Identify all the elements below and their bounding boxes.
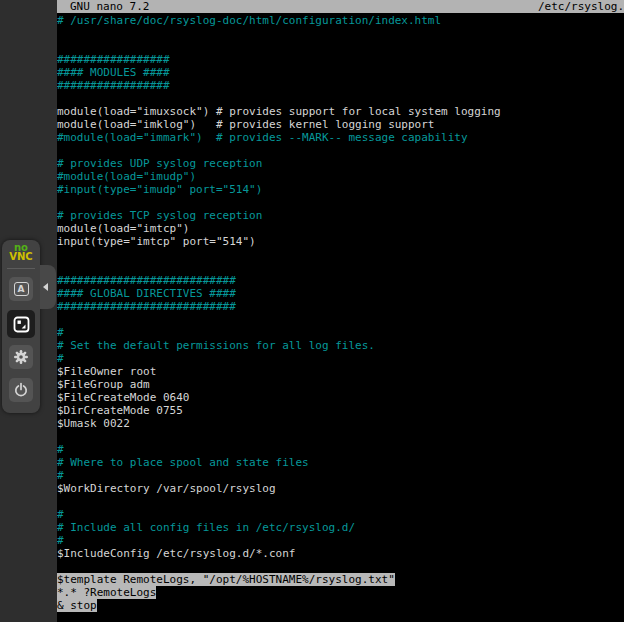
editor-line: module(load="imklog") # provides kernel … <box>57 118 624 131</box>
editor-content[interactable]: # /usr/share/doc/rsyslog-doc/html/config… <box>57 13 624 612</box>
keyboard-button[interactable]: A <box>9 277 33 301</box>
vnc-control-panel: no VNC A <box>2 240 40 413</box>
editor-line: input(type="imtcp" port="514") <box>57 235 624 248</box>
keyboard-key-icon: A <box>14 282 29 296</box>
editor-line <box>57 196 624 209</box>
editor-line: # <box>57 352 624 365</box>
editor-line: ################# <box>57 53 624 66</box>
editor-line <box>57 560 624 573</box>
nano-version: GNU nano 7.2 <box>70 0 149 13</box>
editor-line: #### GLOBAL DIRECTIVES #### <box>57 287 624 300</box>
editor-line <box>57 248 624 261</box>
editor-line <box>57 144 624 157</box>
nano-filename: /etc/rsyslog. <box>538 0 624 13</box>
editor-line <box>57 27 624 40</box>
editor-line: $WorkDirectory /var/spool/rsyslog <box>57 482 624 495</box>
editor-line: $FileCreateMode 0640 <box>57 391 624 404</box>
editor-line: #### MODULES #### <box>57 66 624 79</box>
terminal-window: GNU nano 7.2 /etc/rsyslog. # /usr/share/… <box>57 0 624 622</box>
settings-button[interactable] <box>9 345 33 369</box>
editor-line: #input(type="imudp" port="514") <box>57 183 624 196</box>
editor-line: # <box>57 443 624 456</box>
editor-line: module(load="imtcp") <box>57 222 624 235</box>
editor-line: # Set the default permissions for all lo… <box>57 339 624 352</box>
fullscreen-button[interactable] <box>7 310 35 338</box>
editor-line: ########################### <box>57 274 624 287</box>
editor-line: # /usr/share/doc/rsyslog-doc/html/config… <box>57 14 624 27</box>
editor-line <box>57 40 624 53</box>
editor-line <box>57 261 624 274</box>
editor-line: # provides TCP syslog reception <box>57 209 624 222</box>
nano-titlebar: GNU nano 7.2 /etc/rsyslog. <box>57 0 624 13</box>
novnc-logo: no VNC <box>9 244 32 261</box>
panel-separator <box>7 268 35 269</box>
editor-line-selected: $template RemoteLogs, "/opt/%HOSTNAME%/r… <box>57 573 624 586</box>
editor-line: # Where to place spool and state files <box>57 456 624 469</box>
vnc-sidebar-area: no VNC A <box>0 0 57 622</box>
editor-line: $Umask 0022 <box>57 417 624 430</box>
chevron-left-icon <box>43 283 48 291</box>
editor-line: # <box>57 534 624 547</box>
editor-line-selected: *.* ?RemoteLogs <box>57 586 624 599</box>
editor-line: # provides UDP syslog reception <box>57 157 624 170</box>
editor-line <box>57 495 624 508</box>
editor-line: #module(load="immark") # provides --MARK… <box>57 131 624 144</box>
editor-line <box>57 92 624 105</box>
editor-line: #module(load="imudp") <box>57 170 624 183</box>
gear-icon <box>13 349 29 365</box>
editor-line: # <box>57 326 624 339</box>
control-bar-handle[interactable] <box>40 265 56 309</box>
vnc-screen: no VNC A <box>0 0 624 622</box>
editor-line: $FileGroup adm <box>57 378 624 391</box>
editor-line-selected: & stop <box>57 599 624 612</box>
editor-line: module(load="imuxsock") # provides suppo… <box>57 105 624 118</box>
fullscreen-icon <box>13 316 30 333</box>
editor-line: # Include all config files in /etc/rsysl… <box>57 521 624 534</box>
editor-line: # <box>57 469 624 482</box>
editor-line: # <box>57 508 624 521</box>
editor-line: $IncludeConfig /etc/rsyslog.d/*.conf <box>57 547 624 560</box>
editor-line <box>57 313 624 326</box>
editor-line: ########################### <box>57 300 624 313</box>
editor-line: $DirCreateMode 0755 <box>57 404 624 417</box>
editor-line: ################# <box>57 79 624 92</box>
novnc-logo-vnc: VNC <box>9 253 32 262</box>
editor-line <box>57 430 624 443</box>
editor-line: $FileOwner root <box>57 365 624 378</box>
power-button[interactable] <box>9 378 33 402</box>
power-icon <box>13 382 29 398</box>
